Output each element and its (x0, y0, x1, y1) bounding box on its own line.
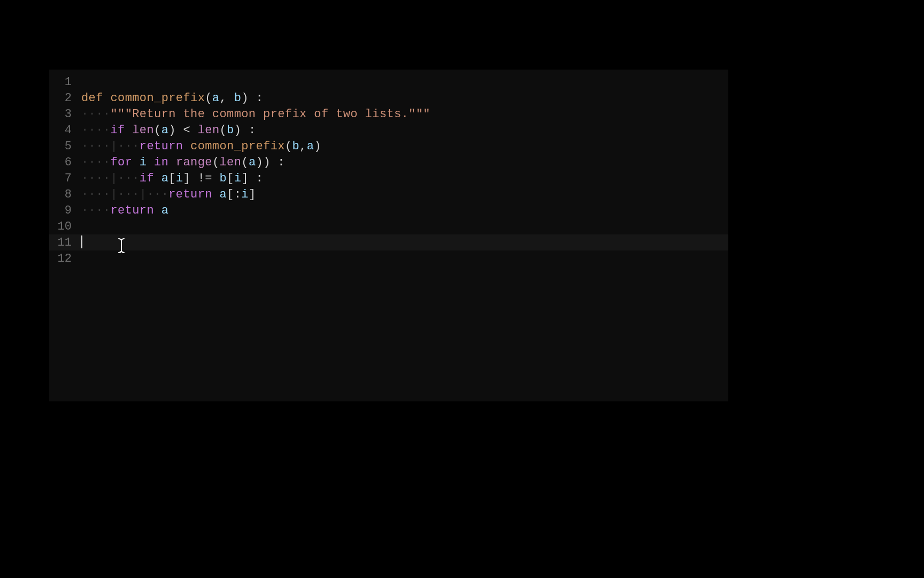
token: | (110, 188, 118, 201)
token: a (219, 188, 227, 201)
token: def (81, 92, 110, 105)
token: ( (154, 124, 161, 137)
token: return (168, 188, 219, 201)
token: [ (168, 172, 176, 185)
token: [ (227, 172, 234, 185)
token: if (140, 172, 161, 185)
line-number: 12 (49, 252, 81, 265)
code-line[interactable]: 2def common_prefix(a, b) : (49, 90, 728, 106)
token: ···· (81, 188, 110, 201)
token: ···· (81, 156, 110, 169)
token: ···· (81, 140, 110, 153)
token: ··· (118, 188, 140, 201)
token: return (140, 140, 190, 153)
token: ··· (118, 172, 140, 185)
token: common_prefix (110, 92, 205, 105)
token: ) (314, 140, 321, 153)
code-line[interactable]: 8····|···|···return a[:i] (49, 186, 728, 202)
token: ( (285, 140, 292, 153)
code-content[interactable]: ····for i in range(len(a)) : (81, 156, 285, 169)
token: a (161, 172, 169, 185)
token: )) : (256, 156, 285, 169)
token: ···· (81, 124, 110, 137)
text-caret (81, 235, 82, 248)
token: ] : (241, 172, 263, 185)
line-number: 9 (49, 204, 81, 217)
token: [: (227, 188, 241, 201)
token: ( (241, 156, 249, 169)
token: i (140, 156, 147, 169)
line-number: 10 (49, 220, 81, 233)
line-number: 7 (49, 172, 81, 185)
line-number: 8 (49, 188, 81, 201)
line-number: 11 (49, 236, 81, 249)
token: | (110, 172, 118, 185)
line-number: 6 (49, 156, 81, 169)
token: a (161, 124, 169, 137)
code-line[interactable]: 3····"""Return the common prefix of two … (49, 106, 728, 122)
token: ( (220, 124, 227, 137)
token: | (110, 140, 118, 153)
token: a (307, 140, 314, 153)
code-line[interactable]: 6····for i in range(len(a)) : (49, 154, 728, 170)
token: """Return the common prefix of two lists… (110, 108, 430, 121)
token: ···· (81, 204, 110, 217)
token: len (198, 124, 220, 137)
token: ···· (81, 108, 110, 121)
code-content[interactable]: ····return a (81, 204, 168, 217)
line-number: 5 (49, 140, 81, 153)
code-content[interactable] (81, 236, 82, 249)
code-line[interactable]: 5····|···return common_prefix(b,a) (49, 138, 728, 154)
token: a (249, 156, 256, 169)
code-line[interactable]: 10 (49, 218, 728, 234)
token: len (132, 124, 154, 137)
token: i (176, 172, 183, 185)
token: common_prefix (190, 140, 285, 153)
line-number: 2 (49, 92, 81, 105)
token: if (110, 124, 132, 137)
code-content[interactable]: ····|···if a[i] != b[i] : (81, 172, 263, 185)
token: ··· (118, 140, 140, 153)
code-content[interactable]: ····if len(a) < len(b) : (81, 124, 256, 137)
code-content[interactable]: ····|···|···return a[:i] (81, 188, 256, 201)
line-number: 4 (49, 124, 81, 137)
token: , (299, 140, 307, 153)
token: range (176, 156, 212, 169)
token: | (140, 188, 147, 201)
code-line[interactable]: 4····if len(a) < len(b) : (49, 122, 728, 138)
code-line[interactable]: 7····|···if a[i] != b[i] : (49, 170, 728, 186)
token: ) < (168, 124, 197, 137)
line-number: 3 (49, 108, 81, 121)
token: in (147, 156, 175, 169)
code-line[interactable]: 11 (49, 234, 728, 250)
line-number: 1 (49, 75, 81, 89)
code-line[interactable]: 12 (49, 250, 728, 267)
token: a (161, 204, 169, 217)
code-editor[interactable]: 12def common_prefix(a, b) :3····"""Retur… (49, 70, 728, 401)
token: b (227, 124, 234, 137)
token: i (234, 172, 242, 185)
token: ···· (81, 172, 110, 185)
code-line[interactable]: 9····return a (49, 202, 728, 218)
token: ] != (183, 172, 219, 185)
token: ··· (147, 188, 168, 201)
token: return (110, 204, 161, 217)
code-line[interactable]: 1 (49, 74, 728, 90)
code-content[interactable]: def common_prefix(a, b) : (81, 92, 263, 105)
token: ) : (241, 92, 263, 105)
token: for (110, 156, 139, 169)
code-content[interactable]: ····"""Return the common prefix of two l… (81, 108, 430, 121)
code-lines[interactable]: 12def common_prefix(a, b) :3····"""Retur… (49, 70, 728, 267)
token: i (241, 188, 249, 201)
token: ( (205, 92, 212, 105)
token: , (219, 92, 234, 105)
token: b (220, 172, 227, 185)
token: len (220, 156, 242, 169)
token: a (212, 92, 220, 105)
code-content[interactable]: ····|···return common_prefix(b,a) (81, 140, 321, 153)
token: b (292, 140, 300, 153)
token: ( (212, 156, 220, 169)
token: ) : (234, 124, 256, 137)
token: b (234, 92, 242, 105)
token: ] (249, 188, 256, 201)
